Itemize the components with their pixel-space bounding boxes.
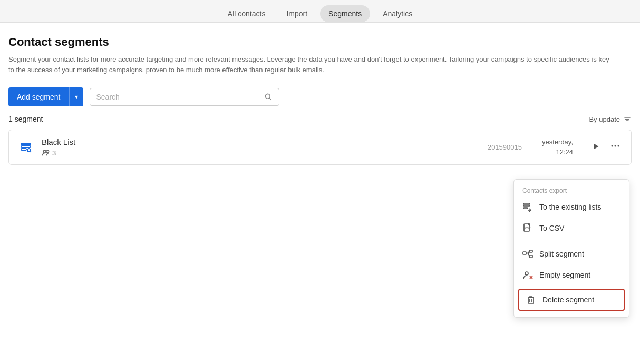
page-wrapper: All contacts Import Segments Analytics C…	[0, 0, 640, 364]
svg-marker-12	[594, 143, 598, 149]
segment-actions	[589, 139, 623, 156]
segment-count: 1 segment	[8, 115, 43, 123]
main-content: Contact segments Segment your contact li…	[0, 23, 640, 178]
svg-rect-24	[529, 250, 532, 252]
svg-point-0	[265, 94, 270, 99]
svg-point-10	[43, 150, 46, 153]
add-segment-btn-group: Add segment ▾	[8, 87, 83, 106]
svg-point-14	[615, 145, 616, 147]
dropdown-menu: Contacts export To the existing lists CS…	[513, 179, 629, 318]
empty-segment-icon	[522, 270, 533, 280]
segment-info: Black List 3	[42, 137, 480, 157]
split-segment-label: Split segment	[539, 250, 584, 258]
svg-rect-30	[528, 298, 534, 303]
segment-list: Black List 3 201590015 y	[8, 130, 632, 165]
more-options-button[interactable]	[608, 139, 623, 156]
svg-rect-23	[523, 252, 526, 254]
split-segment-item[interactable]: Split segment	[514, 243, 629, 264]
page-title: Contact segments	[8, 35, 632, 49]
svg-rect-18	[523, 208, 528, 209]
svg-rect-5	[21, 143, 31, 145]
segment-contacts: 3	[42, 149, 480, 157]
play-button[interactable]	[589, 140, 603, 155]
segment-type-icon	[17, 139, 34, 156]
toolbar: Add segment ▾	[8, 87, 632, 106]
search-icon	[264, 93, 273, 101]
play-icon	[591, 142, 600, 151]
sort-label[interactable]: By update	[589, 115, 632, 123]
segment-name: Black List	[42, 137, 480, 146]
add-segment-button[interactable]: Add segment	[8, 87, 69, 106]
segment-date-text: yesterday,12:24	[542, 138, 573, 155]
svg-text:CSV: CSV	[525, 227, 531, 230]
svg-point-15	[618, 145, 619, 147]
tab-all-contacts[interactable]: All contacts	[219, 5, 274, 22]
to-csv-label: To CSV	[539, 224, 564, 232]
contacts-icon	[42, 149, 50, 157]
table-row: Black List 3 201590015 y	[9, 130, 631, 164]
tab-analytics[interactable]: Analytics	[374, 5, 421, 22]
svg-rect-16	[523, 203, 530, 204]
empty-segment-item[interactable]: Empty segment	[514, 264, 629, 286]
tab-import[interactable]: Import	[278, 5, 316, 22]
sort-icon	[623, 115, 632, 123]
trash-icon	[526, 294, 536, 305]
top-nav: All contacts Import Segments Analytics	[0, 0, 640, 23]
segment-date: yesterday,12:24	[542, 137, 573, 156]
svg-rect-17	[523, 205, 530, 206]
to-existing-lists-item[interactable]: To the existing lists	[514, 196, 629, 218]
search-input[interactable]	[96, 93, 264, 101]
list-export-icon	[522, 202, 533, 212]
dropdown-divider-1	[514, 241, 629, 241]
svg-rect-6	[21, 146, 31, 147]
page-description: Segment your contact lists for more accu…	[8, 54, 615, 75]
svg-point-8	[27, 149, 31, 152]
svg-rect-7	[21, 149, 26, 150]
delete-segment-label: Delete segment	[542, 296, 594, 304]
to-existing-lists-label: To the existing lists	[539, 203, 602, 211]
segment-id: 201590015	[488, 143, 522, 151]
segment-contacts-count: 3	[52, 149, 56, 157]
svg-rect-25	[529, 255, 532, 258]
empty-segment-label: Empty segment	[539, 271, 590, 279]
delete-segment-item[interactable]: Delete segment	[518, 289, 625, 311]
tab-segments[interactable]: Segments	[320, 5, 370, 22]
svg-line-9	[31, 151, 32, 152]
sort-label-text: By update	[589, 115, 620, 123]
svg-point-27	[525, 272, 528, 275]
split-icon	[522, 249, 533, 259]
svg-line-1	[269, 98, 271, 100]
add-segment-dropdown-button[interactable]: ▾	[69, 87, 83, 106]
csv-icon: CSV	[522, 223, 533, 233]
segment-meta: 1 segment By update	[8, 115, 632, 123]
to-csv-item[interactable]: CSV To CSV	[514, 218, 629, 239]
dropdown-section-label: Contacts export	[514, 183, 629, 196]
search-box	[90, 88, 279, 106]
ellipsis-icon	[610, 141, 620, 151]
svg-point-11	[46, 150, 49, 153]
chevron-down-icon: ▾	[75, 93, 78, 101]
svg-point-13	[612, 145, 613, 147]
